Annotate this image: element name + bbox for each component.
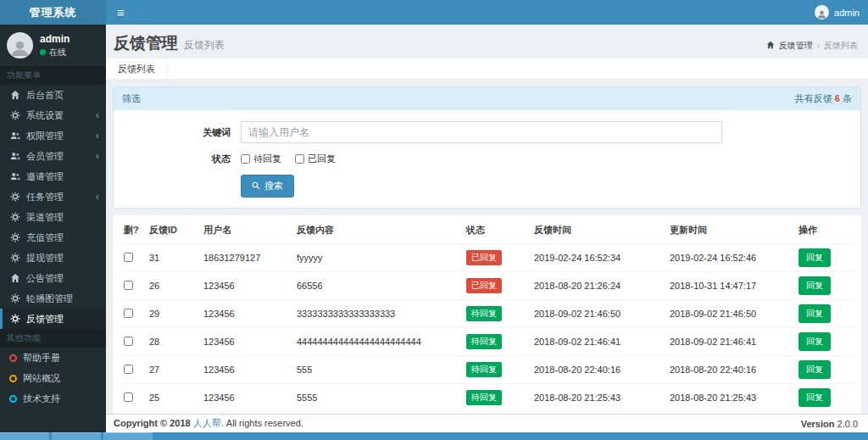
sidebar-item[interactable]: 网站概况	[0, 368, 106, 388]
sidebar-item[interactable]: 帮助手册	[0, 348, 106, 368]
col-delete: 删?	[120, 217, 145, 244]
cell-feedback-time: 2018-09-02 21:46:41	[530, 328, 665, 356]
page-title: 反馈管理	[114, 34, 178, 52]
cell-feedback-id: 31	[145, 244, 199, 272]
reply-button[interactable]: 回复	[798, 248, 831, 267]
strip-segment	[103, 432, 153, 440]
strip-segment	[0, 432, 49, 440]
table-row: 26 123456 66556 已回复 2018-08-20 21:26:24 …	[120, 272, 854, 300]
status-badge: 待回复	[466, 334, 502, 349]
reply-button[interactable]: 回复	[798, 276, 831, 295]
search-button[interactable]: 搜索	[241, 175, 294, 198]
online-status-label: 在线	[49, 47, 66, 58]
sidebar-item[interactable]: 会员管理 ‹	[0, 146, 106, 166]
sidebar-item[interactable]: 后台首页 ‹	[0, 85, 106, 105]
status-replied-checkbox[interactable]	[295, 154, 304, 164]
sidebar-item[interactable]: 任务管理 ‹	[0, 187, 106, 207]
cell-username: 123456	[199, 356, 292, 384]
cell-username: 123456	[199, 300, 292, 328]
sidebar-item[interactable]: 技术支持	[0, 388, 106, 409]
row-select-checkbox[interactable]	[124, 337, 133, 346]
sidebar-item-icon	[9, 110, 20, 121]
cell-feedback-time: 2019-02-24 16:52:34	[530, 244, 665, 272]
row-select-checkbox[interactable]	[124, 281, 133, 290]
sidebar-item-icon	[9, 151, 20, 162]
row-select-checkbox[interactable]	[124, 365, 133, 374]
sidebar-item-icon	[9, 253, 20, 264]
col-feedback-time: 反馈时间	[530, 217, 665, 244]
table-header-row: 删? 反馈ID 用户名 反馈内容 状态 反馈时间 更新时间 操作	[120, 217, 854, 244]
table-row: 31 18631279127 fyyyyy 已回复 2019-02-24 16:…	[120, 244, 854, 272]
sidebar-item[interactable]: 渠道管理 ‹	[0, 207, 106, 227]
cell-update-time: 2019-02-24 16:52:46	[665, 244, 794, 272]
sidebar-item[interactable]: 邀请管理 ‹	[0, 166, 106, 187]
cell-feedback-time: 2018-08-20 21:25:43	[530, 384, 665, 412]
row-select-checkbox[interactable]	[124, 253, 133, 262]
col-status: 状态	[462, 217, 530, 244]
status-replied-option[interactable]: 已回复	[295, 153, 336, 165]
reply-button[interactable]: 回复	[798, 304, 831, 323]
cell-feedback-id: 29	[145, 300, 199, 328]
circle-o-icon	[9, 354, 17, 362]
user-avatar-icon	[815, 5, 829, 19]
brand-link[interactable]: 人人帮	[193, 418, 221, 428]
chevron-left-icon: ‹	[96, 109, 99, 121]
status-badge: 已回复	[466, 278, 502, 293]
reply-button[interactable]: 回复	[798, 360, 831, 379]
sidebar: admin 在线 功能菜单 后台首页 ‹ 系统设置 ‹	[0, 25, 106, 432]
status-pending-checkbox[interactable]	[241, 154, 250, 164]
breadcrumb-link[interactable]: 反馈管理	[779, 40, 813, 52]
col-feedback-id: 反馈ID	[145, 217, 199, 244]
row-select-checkbox[interactable]	[124, 393, 133, 402]
keyword-input[interactable]	[241, 121, 722, 143]
feedback-table-box: 删? 反馈ID 用户名 反馈内容 状态 反馈时间 更新时间 操作 31 1863…	[113, 215, 861, 414]
sidebar-item[interactable]: 权限管理 ‹	[0, 125, 106, 146]
cell-update-time: 2018-09-02 21:46:41	[665, 328, 794, 356]
sidebar-item[interactable]: 充值管理 ‹	[0, 227, 106, 248]
sidebar-item-label: 权限管理	[26, 130, 90, 142]
status-badge: 待回复	[466, 390, 502, 405]
sidebar-item-label: 技术支持	[23, 393, 99, 405]
strip-segment	[52, 432, 101, 440]
breadcrumb: 反馈管理 › 反馈列表	[766, 40, 858, 52]
sidebar-item-label: 轮播图管理	[26, 292, 99, 305]
version: Version 2.0.0	[801, 419, 858, 429]
status-badge: 待回复	[466, 362, 502, 377]
sidebar-item-icon	[9, 293, 20, 304]
sidebar-toggle-icon[interactable]: ≡	[106, 0, 136, 25]
reply-button[interactable]: 回复	[798, 332, 831, 351]
breadcrumb-current: 反馈列表	[824, 40, 858, 52]
content-header: 反馈管理反馈列表 反馈管理 › 反馈列表	[106, 25, 868, 58]
cell-feedback-id: 26	[145, 272, 199, 300]
sidebar-item-label: 反馈管理	[26, 313, 99, 326]
brand-logo[interactable]: 管理系统	[0, 0, 106, 25]
cell-update-time: 2018-08-20 22:40:16	[665, 356, 794, 384]
chevron-left-icon: ‹	[96, 191, 99, 203]
reply-button[interactable]: 回复	[798, 388, 831, 407]
main-content: 反馈管理反馈列表 反馈管理 › 反馈列表 反馈列表 筛选 共有反馈 6 条 关键…	[106, 25, 868, 414]
cell-content: fyyyyy	[292, 244, 462, 272]
feedback-count: 共有反馈 6 条	[795, 92, 852, 105]
filter-panel: 筛选 共有反馈 6 条 关键词 状态 待回复 已回复	[113, 86, 861, 209]
sidebar-item[interactable]: 公告管理 ‹	[0, 268, 106, 288]
user-menu[interactable]: admin	[815, 0, 860, 25]
cell-update-time: 2018-09-02 21:46:50	[665, 300, 794, 328]
top-bar: 管理系统 ≡ admin	[0, 0, 868, 25]
sidebar-item[interactable]: 轮播图管理 ‹	[0, 288, 106, 309]
online-status[interactable]: 在线	[40, 47, 70, 58]
status-badge: 已回复	[466, 250, 502, 265]
tab-feedback-list[interactable]: 反馈列表	[106, 58, 168, 79]
sidebar-item[interactable]: 反馈管理 ‹	[0, 309, 106, 329]
feedback-table: 删? 反馈ID 用户名 反馈内容 状态 反馈时间 更新时间 操作 31 1863…	[120, 217, 854, 414]
sidebar-item[interactable]: 提现管理 ‹	[0, 248, 106, 268]
sidebar-item-label: 会员管理	[26, 150, 90, 163]
row-select-checkbox[interactable]	[124, 309, 133, 318]
cell-content: 66556	[292, 272, 462, 300]
keyword-label: 关键词	[122, 126, 241, 139]
col-username: 用户名	[199, 217, 292, 244]
sidebar-item[interactable]: 系统设置 ‹	[0, 105, 106, 125]
sidebar-section-other: 其他功能	[0, 329, 106, 348]
footer: Copyright © 2018 人人帮. All rights reserve…	[106, 414, 868, 432]
cell-update-time: 2018-10-31 14:47:17	[665, 272, 794, 300]
status-pending-option[interactable]: 待回复	[241, 153, 281, 165]
